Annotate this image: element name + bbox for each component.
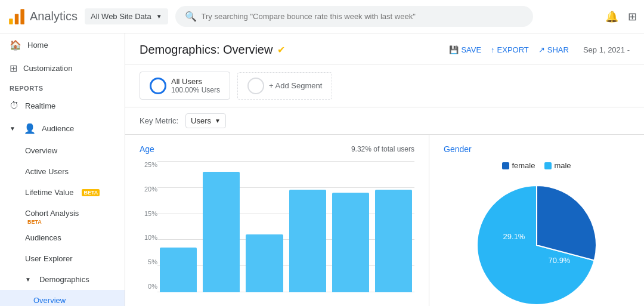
metric-value: Users bbox=[191, 116, 211, 125]
charts-row: Age 9.32% of total users 25% 20% 15% 10%… bbox=[125, 135, 644, 306]
gender-chart-section: Gender female male bbox=[429, 135, 644, 306]
bar-35-44[interactable] bbox=[246, 234, 283, 292]
sidebar-label-demographics: Demographics bbox=[39, 275, 89, 284]
sidebar-label-demo-overview: Overview bbox=[33, 296, 66, 305]
sidebar-label-audiences: Audiences bbox=[25, 233, 61, 242]
metric-bar: Key Metric: Users ▼ bbox=[125, 107, 644, 135]
legend-female: female bbox=[502, 161, 535, 170]
svg-rect-0 bbox=[9, 18, 13, 24]
segment-pct: 100.00% Users bbox=[171, 86, 220, 94]
expand-down-icon: ▼ bbox=[10, 125, 16, 132]
sidebar-item-audience[interactable]: ▼ 👤 Audience bbox=[0, 117, 125, 140]
bar-group-18-24 bbox=[160, 161, 197, 292]
female-color-dot bbox=[502, 162, 509, 169]
sidebar-item-home[interactable]: 🏠 Home bbox=[0, 33, 125, 57]
svg-rect-2 bbox=[20, 9, 24, 24]
export-button[interactable]: ↑ EXPORT bbox=[491, 45, 529, 54]
male-pct-label: 70.9% bbox=[549, 256, 571, 265]
export-icon: ↑ bbox=[491, 45, 495, 54]
sidebar-item-user-explorer[interactable]: User Explorer bbox=[0, 248, 125, 269]
sidebar-item-demographics[interactable]: ▼ Demographics bbox=[0, 269, 125, 290]
bar-group-25-34 bbox=[203, 161, 240, 292]
date-range: Sep 1, 2021 - bbox=[583, 45, 630, 54]
male-color-dot bbox=[544, 162, 552, 169]
bar-25-34[interactable] bbox=[203, 172, 240, 292]
segment-info: All Users 100.00% Users bbox=[171, 77, 220, 94]
main-header: Demographics: Overview ✔ 💾 SAVE ↑ EXPORT… bbox=[125, 33, 644, 64]
female-pct-label: 29.1% bbox=[503, 232, 525, 241]
analytics-logo-icon bbox=[7, 7, 26, 26]
sidebar-item-realtime[interactable]: ⏱ Realtime bbox=[0, 94, 125, 117]
sidebar-item-customization[interactable]: ⊞ Customization bbox=[0, 57, 125, 80]
page-title-text: Demographics: Overview bbox=[140, 43, 273, 57]
add-segment-label: + Add Segment bbox=[269, 81, 322, 90]
female-legend-label: female bbox=[512, 161, 535, 170]
content-area: Age 9.32% of total users 25% 20% 15% 10%… bbox=[125, 135, 644, 306]
sidebar-label-cohort-analysis: Cohort Analysis bbox=[25, 209, 79, 218]
age-chart-subtitle: 9.32% of total users bbox=[351, 145, 414, 153]
male-legend-label: male bbox=[554, 161, 571, 170]
topbar: Analytics All Web Site Data ▼ 🔍 🔔 ⊞ bbox=[0, 0, 644, 33]
share-icon: ↗ bbox=[538, 45, 545, 54]
header-actions: 💾 SAVE ↑ EXPORT ↗ SHAR Sep 1, 2021 - bbox=[449, 45, 630, 54]
bar-group-45-54 bbox=[289, 161, 326, 292]
bar-45-54[interactable] bbox=[289, 190, 326, 292]
expand-down-icon-demo: ▼ bbox=[25, 276, 31, 283]
property-name: All Web Site Data bbox=[91, 12, 151, 21]
notifications-icon[interactable]: 🔔 bbox=[605, 10, 618, 23]
sidebar-item-lifetime-value[interactable]: Lifetime Value BETA bbox=[0, 182, 125, 203]
pie-container: 29.1% 70.9% bbox=[444, 180, 630, 306]
apps-icon[interactable]: ⊞ bbox=[628, 10, 637, 23]
sidebar-label-lifetime-value: Lifetime Value bbox=[25, 188, 73, 197]
sidebar-label-overview: Overview bbox=[25, 146, 57, 155]
svg-rect-1 bbox=[15, 14, 18, 24]
metric-select[interactable]: Users ▼ bbox=[185, 113, 226, 128]
reports-section-header: REPORTS bbox=[0, 80, 125, 94]
share-button[interactable]: ↗ SHAR bbox=[538, 45, 569, 54]
share-label: SHAR bbox=[547, 45, 569, 54]
add-segment-chip[interactable]: + Add Segment bbox=[237, 72, 332, 100]
all-users-segment[interactable]: All Users 100.00% Users bbox=[140, 72, 230, 100]
gender-pie-chart: 29.1% 70.9% bbox=[471, 180, 602, 306]
search-bar: 🔍 bbox=[175, 6, 533, 27]
home-icon: 🏠 bbox=[10, 39, 21, 51]
export-label: EXPORT bbox=[497, 45, 529, 54]
sidebar-label-realtime: Realtime bbox=[25, 101, 55, 110]
bar-group-65plus bbox=[375, 161, 412, 292]
y-axis: 25% 20% 15% 10% 5% 0% bbox=[140, 161, 157, 304]
sidebar: 🏠 Home ⊞ Customization REPORTS ⏱ Realtim… bbox=[0, 33, 125, 306]
sidebar-label-user-explorer: User Explorer bbox=[25, 254, 72, 263]
property-selector[interactable]: All Web Site Data ▼ bbox=[85, 8, 168, 24]
age-chart-title-row: Age 9.32% of total users bbox=[140, 144, 414, 154]
save-label: SAVE bbox=[461, 45, 481, 54]
sidebar-item-cohort-badge: BETA bbox=[0, 219, 125, 227]
sidebar-item-demo-overview[interactable]: Overview bbox=[0, 290, 125, 306]
main-content: Demographics: Overview ✔ 💾 SAVE ↑ EXPORT… bbox=[125, 33, 644, 306]
realtime-icon: ⏱ bbox=[10, 100, 19, 111]
metric-label: Key Metric: bbox=[140, 116, 178, 125]
verified-icon: ✔ bbox=[277, 44, 285, 55]
layout: 🏠 Home ⊞ Customization REPORTS ⏱ Realtim… bbox=[0, 33, 644, 306]
bar-55-64[interactable] bbox=[332, 193, 369, 292]
age-chart-section: Age 9.32% of total users 25% 20% 15% 10%… bbox=[125, 135, 429, 306]
sidebar-item-audiences[interactable]: Audiences bbox=[0, 227, 125, 248]
gender-chart-title: Gender bbox=[444, 144, 472, 154]
bar-18-24[interactable] bbox=[160, 248, 197, 292]
app-title: Analytics bbox=[30, 10, 78, 23]
segment-bar: All Users 100.00% Users + Add Segment bbox=[125, 64, 644, 107]
save-button[interactable]: 💾 SAVE bbox=[449, 45, 481, 54]
chevron-down-icon: ▼ bbox=[215, 118, 221, 124]
sidebar-label-home: Home bbox=[27, 41, 48, 50]
sidebar-item-overview[interactable]: Overview bbox=[0, 140, 125, 161]
reports-label: REPORTS bbox=[10, 85, 44, 92]
age-chart-title: Age bbox=[140, 144, 154, 154]
add-segment-circle bbox=[247, 78, 264, 94]
pie-legend: female male bbox=[444, 161, 630, 170]
search-input[interactable] bbox=[202, 12, 524, 21]
logo: Analytics bbox=[7, 7, 78, 26]
topbar-right: 🔔 ⊞ bbox=[605, 10, 637, 23]
sidebar-item-active-users[interactable]: Active Users bbox=[0, 161, 125, 182]
bar-65plus[interactable] bbox=[375, 190, 412, 292]
all-users-circle bbox=[150, 78, 166, 94]
bar-group-55-64 bbox=[332, 161, 369, 292]
